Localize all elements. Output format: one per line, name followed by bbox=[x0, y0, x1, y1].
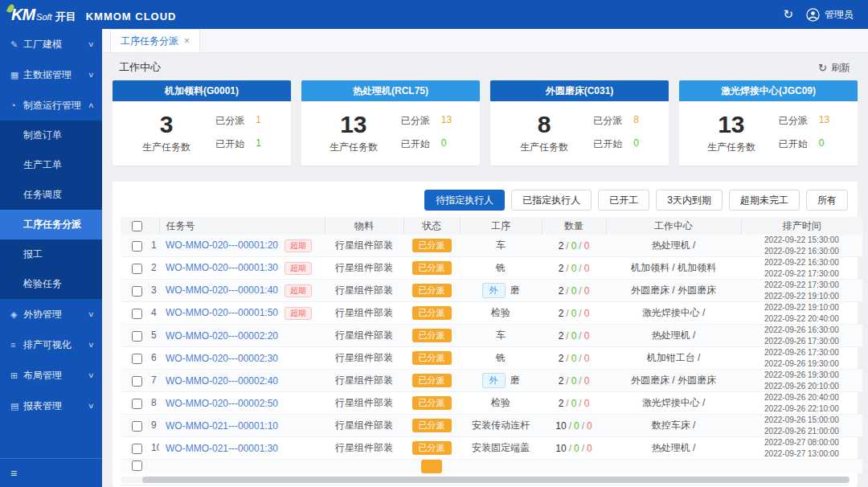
sidebar-item-outsourcing[interactable]: ◈ 外协管理 ∨ bbox=[0, 299, 102, 329]
sidebar-item-manufacturing-operations[interactable]: ◔ 制造运行管理 ∧ bbox=[0, 90, 102, 121]
schedule-time-cell: 2022-09-26 20:40:002022-09-26 22:10:00 bbox=[741, 392, 862, 415]
task-number-link[interactable]: WO-MMO-020---00001:50 bbox=[166, 307, 278, 318]
table-row[interactable]: 4 WO-MMO-020---00001:50超期 行星组件部装 已分派 检验 … bbox=[121, 302, 862, 325]
started-count: 0 bbox=[633, 137, 639, 151]
table-row[interactable]: 2 WO-MMO-020---00001:30超期 行星组件部装 已分派 铣 2… bbox=[121, 257, 862, 280]
assigned-count: 1 bbox=[256, 114, 261, 128]
row-checkbox[interactable] bbox=[132, 331, 142, 342]
filter-due-3days-button[interactable]: 3天内到期 bbox=[656, 190, 723, 211]
row-checkbox[interactable] bbox=[132, 286, 142, 297]
filter-assigned-button[interactable]: 已指定执行人 bbox=[511, 190, 592, 211]
table-row[interactable]: 6 WO-MMO-020---00002:30 行星组件部装 已分派 铣 2/0… bbox=[121, 347, 862, 370]
process-cell: 安装传动连杆 bbox=[472, 419, 530, 431]
row-checkbox[interactable] bbox=[132, 376, 142, 387]
row-checkbox[interactable] bbox=[132, 421, 142, 432]
table-row[interactable]: 3 WO-MMO-020---00001:40超期 行星组件部装 已分派 外磨 … bbox=[121, 280, 862, 302]
sidebar-item-layout-management[interactable]: ⊞ 布局管理 ∨ bbox=[0, 360, 102, 391]
row-checkbox[interactable] bbox=[132, 241, 142, 252]
refresh-button[interactable]: ↻ 刷新 bbox=[818, 61, 850, 75]
filter-overdue-button[interactable]: 超期未完工 bbox=[729, 190, 800, 211]
scrollbar-thumb[interactable] bbox=[142, 477, 850, 483]
table-row[interactable]: 9 WO-MMO-021---00001:10 行星组件部装 已分派 安装传动连… bbox=[121, 415, 862, 437]
task-table: 任务号 物料 状态 工序 数量 工作中心 排产时间 1 bbox=[121, 217, 862, 473]
table-row[interactable]: 1 WO-MMO-020---00001:20超期 行星组件部装 已分派 车 2… bbox=[121, 235, 862, 257]
task-number-link[interactable]: WO-MMO-020---00002:50 bbox=[166, 398, 278, 409]
row-checkbox[interactable] bbox=[132, 399, 142, 409]
sidebar-subitem-production-work-orders[interactable]: 生产工单 bbox=[0, 150, 102, 180]
column-header-workcenter: 工作中心 bbox=[606, 217, 741, 235]
filter-started-button[interactable]: 已开工 bbox=[598, 190, 649, 211]
table-row[interactable]: 5 WO-MMO-020---00002:20 行星组件部装 已分派 车 2/0… bbox=[121, 325, 862, 347]
task-number-link[interactable]: WO-MMO-021---00001:30 bbox=[166, 443, 278, 454]
tab-operation-task-dispatch[interactable]: 工序任务分派 × bbox=[110, 29, 200, 52]
production-task-count: 3 bbox=[142, 111, 190, 137]
task-number-link[interactable]: WO-MMO-020---00001:40 bbox=[166, 284, 278, 296]
row-checkbox[interactable] bbox=[132, 309, 142, 319]
sidebar-subitem-manufacturing-orders[interactable]: 制造订单 bbox=[0, 121, 102, 150]
process-cell: 检验 bbox=[491, 307, 510, 318]
sidebar-collapse-icon[interactable]: ≡ bbox=[10, 467, 17, 480]
sidebar-subitem-task-scheduling[interactable]: 任务调度 bbox=[0, 180, 102, 210]
horizontal-scrollbar[interactable] bbox=[121, 475, 850, 485]
task-number-link[interactable]: WO-MMO-020---00002:30 bbox=[166, 353, 278, 364]
filter-all-button[interactable]: 所有 bbox=[806, 190, 848, 211]
schedule-time-cell: 2022-09-26 17:30:002022-09-26 19:30:00 bbox=[741, 347, 862, 370]
row-checkbox[interactable] bbox=[132, 460, 142, 471]
table-row[interactable]: 7 WO-MMO-020---00002:40 行星组件部装 已分派 外磨 2/… bbox=[121, 370, 862, 392]
qty-cell: 2/0/0 bbox=[542, 392, 606, 415]
row-index: 3 bbox=[148, 284, 157, 296]
row-checkbox[interactable] bbox=[132, 264, 142, 274]
sidebar-item-factory-modeling[interactable]: ✎ 工厂建模 ∨ bbox=[0, 29, 102, 59]
production-task-label: 生产任务数 bbox=[707, 141, 755, 154]
sidebar-item-report-management[interactable]: ▤ 报表管理 ∨ bbox=[0, 391, 102, 421]
outsourced-tag: 外 bbox=[482, 373, 506, 387]
process-cell: 磨 bbox=[510, 374, 520, 386]
table-row[interactable]: 8 WO-MMO-020---00002:50 行星组件部装 已分派 检验 2/… bbox=[121, 392, 862, 415]
sidebar-subitem-operation-task-dispatch[interactable]: 工序任务分派 bbox=[0, 210, 102, 239]
chevron-down-icon: ∨ bbox=[88, 71, 95, 79]
filter-pending-assignee-button[interactable]: 待指定执行人 bbox=[424, 190, 505, 211]
task-number-link[interactable]: WO-MMO-020---00001:20 bbox=[166, 239, 278, 251]
select-all-checkbox[interactable] bbox=[132, 221, 142, 231]
user-menu[interactable]: 管理员 bbox=[806, 8, 854, 22]
material-cell: 行星组件部装 bbox=[325, 370, 403, 392]
task-number-link[interactable]: WO-MMO-020---00002:40 bbox=[166, 375, 278, 387]
workcenter-card[interactable]: 热处理机(RCL75) 13 生产任务数 已分派13 已开始0 bbox=[301, 80, 480, 166]
material-cell: 行星组件部装 bbox=[325, 415, 403, 437]
workcenter-card-title: 机加领料(G0001) bbox=[113, 80, 291, 101]
material-cell: 行星组件部装 bbox=[325, 235, 403, 257]
workcenter-card-title: 外圆磨床(C031) bbox=[490, 80, 669, 101]
workcenter-cell: 激光焊接中心 / bbox=[606, 392, 741, 415]
header-refresh-icon[interactable]: ↻ bbox=[783, 7, 793, 22]
task-number-link[interactable]: WO-MMO-020---00002:20 bbox=[166, 330, 278, 342]
status-badge: 已分派 bbox=[412, 306, 452, 320]
sidebar-item-master-data[interactable]: ▦ 主数据管理 ∨ bbox=[0, 59, 102, 90]
material-cell: 行星组件部装 bbox=[325, 302, 403, 325]
workcenter-card[interactable]: 外圆磨床(C031) 8 生产任务数 已分派8 已开始0 bbox=[490, 80, 669, 166]
sidebar: ✎ 工厂建模 ∨ ▦ 主数据管理 ∨ ◔ 制造运行管理 ∧ 制造订单 生产工单 bbox=[0, 29, 102, 487]
filter-button-group: 待指定执行人 已指定执行人 已开工 3天内到期 超期未完工 所有 bbox=[121, 188, 850, 217]
row-checkbox[interactable] bbox=[132, 444, 142, 454]
workcenter-card[interactable]: 机加领料(G0001) 3 生产任务数 已分派1 已开始1 bbox=[113, 80, 291, 166]
workcenter-cell: 机加钳工台 / bbox=[606, 347, 741, 370]
row-index: 9 bbox=[148, 419, 157, 431]
sidebar-subitem-work-reporting[interactable]: 报工 bbox=[0, 239, 102, 269]
qty-cell: 2/0/0 bbox=[542, 257, 606, 280]
qty-cell: 2/0/0 bbox=[542, 325, 606, 347]
production-task-count: 13 bbox=[707, 111, 755, 137]
task-number-link[interactable]: WO-MMO-020---00001:30 bbox=[166, 262, 278, 273]
task-number-link[interactable]: WO-MMO-021---00001:10 bbox=[166, 420, 278, 432]
sidebar-subitem-inspection-tasks[interactable]: 检验任务 bbox=[0, 269, 102, 299]
table-row[interactable]: 10 WO-MMO-021---00001:30 行星组件部装 已分派 安装固定… bbox=[121, 437, 862, 460]
column-header-qty: 数量 bbox=[542, 217, 606, 235]
workcenter-card[interactable]: 激光焊接中心(JGC09) 13 生产任务数 已分派13 已开始0 bbox=[679, 80, 858, 166]
status-badge bbox=[421, 460, 441, 473]
schedule-time-cell: 2022-09-27 08:00:002022-09-27 13:00:00 bbox=[741, 437, 862, 460]
row-checkbox[interactable] bbox=[132, 354, 142, 364]
status-badge: 已分派 bbox=[412, 441, 452, 455]
chevron-down-icon: ∨ bbox=[88, 40, 95, 48]
workcenter-cell: 热处理机 / bbox=[606, 235, 741, 257]
sidebar-item-scheduling-visualization[interactable]: ≡ 排产可视化 ∨ bbox=[0, 329, 102, 360]
production-task-label: 生产任务数 bbox=[330, 141, 378, 154]
tab-close-icon[interactable]: × bbox=[184, 35, 190, 47]
